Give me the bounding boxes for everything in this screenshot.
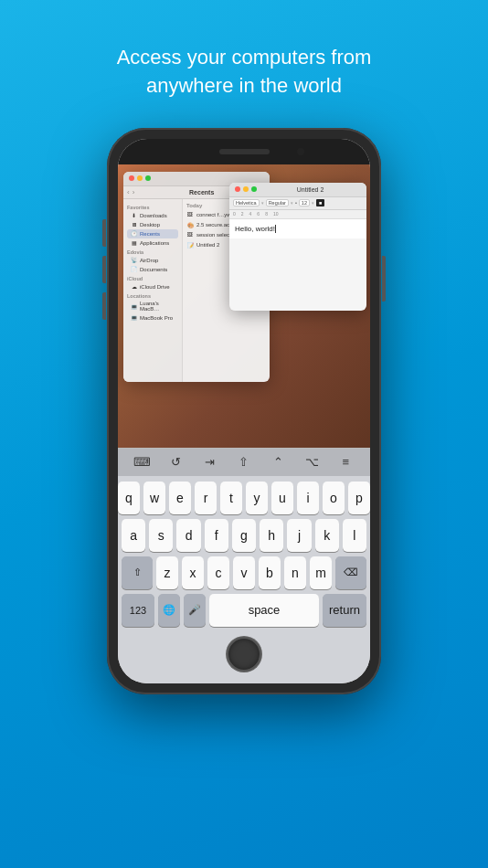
- traffic-light-green[interactable]: [145, 175, 151, 181]
- kb-tool-sliders[interactable]: ≡: [334, 450, 357, 474]
- key-d[interactable]: d: [176, 519, 200, 552]
- sidebar-item-luana[interactable]: 💻 Luana's MacB…: [127, 300, 178, 313]
- font-color-swatch[interactable]: ■: [316, 199, 324, 206]
- key-f[interactable]: f: [205, 519, 228, 552]
- kb-tool-history[interactable]: ↺: [164, 450, 188, 474]
- macbook-icon-1: 💻: [131, 303, 137, 310]
- key-w[interactable]: w: [143, 482, 165, 514]
- key-i[interactable]: i: [297, 482, 319, 514]
- key-z[interactable]: z: [156, 556, 178, 589]
- key-q[interactable]: q: [118, 482, 140, 514]
- locations-label: Locations: [127, 293, 178, 299]
- te-traffic-yellow[interactable]: [243, 186, 249, 192]
- key-k[interactable]: k: [315, 519, 339, 552]
- key-x[interactable]: x: [182, 556, 204, 589]
- finder-back-btn[interactable]: ‹: [127, 188, 130, 196]
- applications-icon: ▦: [131, 239, 137, 246]
- key-numbers[interactable]: 123: [122, 594, 154, 627]
- textedit-body[interactable]: Hello, world!: [229, 219, 366, 238]
- key-e[interactable]: e: [169, 482, 191, 514]
- te-traffic-red[interactable]: [235, 186, 240, 192]
- key-r[interactable]: r: [195, 482, 217, 514]
- keyboard-section: ⌨ ↺ ⇥ ⇧ ⌃ ⌥ ≡ q w e r t y: [118, 448, 370, 683]
- te-traffic-green[interactable]: [251, 186, 257, 192]
- key-globe[interactable]: 🌐: [158, 594, 180, 627]
- key-u[interactable]: u: [271, 482, 293, 514]
- key-m[interactable]: m: [310, 556, 332, 589]
- key-row-1: q w e r t y u i o p: [122, 482, 366, 514]
- key-space[interactable]: space: [209, 594, 319, 627]
- sidebar-item-recents[interactable]: 🕐 Recents: [127, 229, 178, 238]
- font-size-select[interactable]: 12: [299, 199, 310, 206]
- key-mic[interactable]: 🎤: [184, 594, 206, 627]
- sidebar-edovia: Edovia 📡 AirDrop 📄 Documents: [123, 248, 182, 274]
- kb-tool-caret[interactable]: ⌃: [266, 450, 290, 474]
- key-s[interactable]: s: [149, 519, 173, 552]
- kb-tool-option[interactable]: ⌥: [300, 450, 324, 474]
- textedit-content: Hello, world!: [235, 225, 275, 233]
- sidebar-item-documents[interactable]: 📄 Documents: [127, 265, 178, 274]
- textedit-ruler: 0246810: [229, 210, 366, 219]
- finder-sidebar: Favorites ⬇ Downloads 🖥 Desktop: [123, 199, 183, 382]
- key-row-4: 123 🌐 🎤 space return: [122, 594, 366, 627]
- desktop-label: Desktop: [140, 222, 160, 228]
- mac-desktop: ‹ › Recents Favorites ⬇ Downloads: [118, 164, 370, 475]
- key-row-2: a s d f g h j k l: [122, 519, 366, 552]
- sidebar-item-applications[interactable]: ▦ Applications: [127, 238, 178, 248]
- key-h[interactable]: h: [260, 519, 283, 552]
- key-row-3: ⇧ z x c v b n m ⌫: [122, 556, 366, 589]
- key-shift[interactable]: ⇧: [122, 556, 153, 589]
- airdrop-icon: 📡: [131, 257, 137, 263]
- keyboard-toolbar: ⌨ ↺ ⇥ ⇧ ⌃ ⌥ ≡: [118, 449, 370, 476]
- keyboard-keys: q w e r t y u i o p a s: [118, 476, 370, 633]
- phone-speaker: [219, 149, 270, 154]
- key-b[interactable]: b: [259, 556, 281, 589]
- font-name-select[interactable]: Helvetica: [233, 199, 260, 206]
- kb-tool-shift[interactable]: ⇧: [232, 450, 256, 474]
- sidebar-item-icloudrive[interactable]: ☁ iCloud Drive: [127, 282, 178, 291]
- font-style-select[interactable]: Regular: [266, 199, 289, 206]
- key-y[interactable]: y: [246, 482, 268, 514]
- icloud-icon: ☁: [131, 283, 137, 290]
- key-o[interactable]: o: [323, 482, 345, 514]
- phone-top-bar: [118, 139, 370, 164]
- luana-label: Luana's MacB…: [140, 301, 175, 312]
- key-a[interactable]: a: [122, 519, 145, 552]
- phone-mockup: ‹ › Recents Favorites ⬇ Downloads: [0, 128, 488, 694]
- key-p[interactable]: p: [348, 482, 370, 514]
- sidebar-item-macbookpro[interactable]: 💻 MacBook Pro: [127, 313, 178, 323]
- file-name-4: Untitled 2: [196, 242, 219, 248]
- key-t[interactable]: t: [220, 482, 242, 514]
- key-g[interactable]: g: [232, 519, 256, 552]
- sidebar-item-desktop[interactable]: 🖥 Desktop: [127, 220, 178, 229]
- desktop-icon: 🖥: [131, 221, 137, 228]
- key-j[interactable]: j: [287, 519, 311, 552]
- key-n[interactable]: n: [284, 556, 306, 589]
- key-c[interactable]: c: [207, 556, 229, 589]
- traffic-light-yellow[interactable]: [137, 175, 143, 181]
- key-l[interactable]: l: [343, 519, 366, 552]
- sidebar-item-downloads[interactable]: ⬇ Downloads: [127, 211, 178, 220]
- home-button-area: [118, 633, 370, 672]
- textedit-window: Untitled 2 Helvetica ▾ Regular ▾ • 12 ▾ …: [229, 183, 366, 311]
- home-button[interactable]: [227, 637, 261, 672]
- downloads-label: Downloads: [140, 213, 167, 218]
- kb-tool-keyboard[interactable]: ⌨: [131, 450, 154, 474]
- edovia-label: Edovia: [127, 249, 178, 255]
- recents-icon: 🕐: [131, 230, 137, 237]
- key-return[interactable]: return: [323, 594, 366, 627]
- textedit-titlebar: Untitled 2: [229, 183, 366, 197]
- font-size-label: •: [295, 200, 297, 206]
- airdrop-label: AirDrop: [140, 258, 158, 263]
- traffic-light-red[interactable]: [129, 175, 134, 181]
- file-icon-3: 🖼: [186, 231, 194, 238]
- textedit-toolbar: Helvetica ▾ Regular ▾ • 12 ▾ ■: [229, 197, 366, 210]
- kb-tool-tab[interactable]: ⇥: [198, 450, 222, 474]
- key-v[interactable]: v: [233, 556, 255, 589]
- app-tagline: Access your computers from anywhere in t…: [0, 0, 488, 119]
- sidebar-item-airdrop[interactable]: 📡 AirDrop: [127, 256, 178, 265]
- phone-screen: ‹ › Recents Favorites ⬇ Downloads: [118, 139, 370, 683]
- finder-forward-btn[interactable]: ›: [133, 188, 135, 196]
- phone-shell: ‹ › Recents Favorites ⬇ Downloads: [107, 128, 381, 694]
- key-delete[interactable]: ⌫: [335, 556, 366, 589]
